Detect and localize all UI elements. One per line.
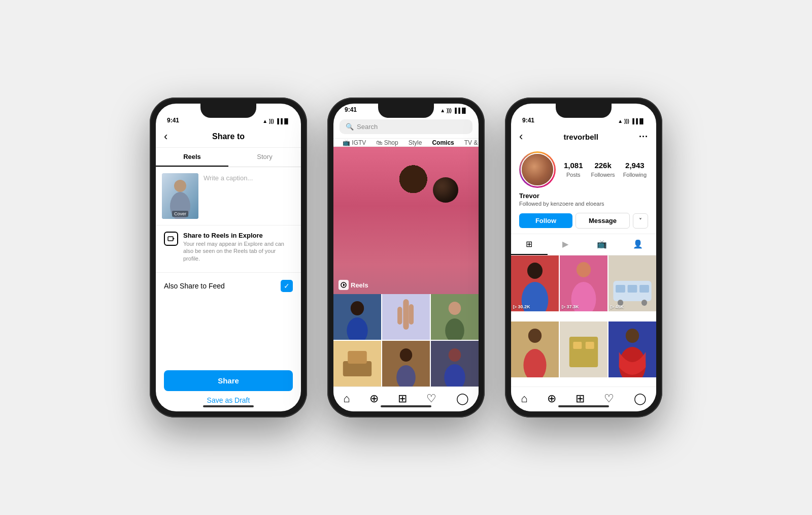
stat-followers: 226k Followers (591, 161, 615, 179)
time-1: 9:41 (167, 117, 179, 124)
reels-label: Reels (339, 280, 368, 290)
share-button[interactable]: Share (164, 370, 293, 391)
prof-tab-igtv[interactable]: 📺 (584, 234, 620, 255)
grid-thumb-5[interactable] (382, 341, 430, 387)
phone2-content: 9:41 ▲ ))) ▐▐▐▌ 🔍 Search 📺 IGTV 🛍 Shop S… (333, 104, 479, 411)
reels-text: Reels (351, 281, 368, 289)
bio-name: Trevor (519, 192, 648, 200)
dropdown-button[interactable]: ˅ (633, 213, 648, 229)
heart-icon-2[interactable]: ♡ (426, 392, 436, 405)
svg-rect-3 (168, 237, 173, 241)
avatar-inner (521, 153, 554, 186)
profile-thumb-5[interactable] (560, 321, 607, 377)
svg-point-38 (641, 300, 647, 306)
home-icon-2[interactable]: ⌂ (343, 392, 350, 405)
explore-icon (164, 232, 178, 246)
back-btn-1[interactable]: ‹ (164, 130, 179, 143)
cover-thumbnail[interactable]: Cover (162, 173, 198, 219)
options-section: Share to Reels in Explore Your reel may … (156, 226, 301, 272)
prof-tab-reels[interactable]: ▶ (548, 234, 584, 255)
profile-icon-2[interactable]: ◯ (456, 392, 469, 405)
svg-rect-34 (616, 285, 625, 293)
profile-thumb-4[interactable] (511, 321, 559, 377)
notch-1 (200, 104, 256, 118)
heart-icon-3[interactable]: ♡ (604, 392, 614, 405)
grid-thumb-6[interactable] (431, 341, 479, 387)
cat-igtv[interactable]: 📺 IGTV (337, 139, 371, 147)
profile-thumb-1[interactable]: ▷ 30.2K (511, 255, 559, 311)
view-count-2: ▷ 37.3K (562, 304, 579, 309)
svg-point-8 (351, 301, 364, 315)
svg-rect-12 (397, 307, 402, 325)
profile-thumb-2[interactable]: ▷ 37.3K (560, 255, 607, 311)
svg-point-24 (449, 348, 461, 362)
home-icon-3[interactable]: ⌂ (521, 392, 527, 405)
cat-shop[interactable]: 🛍 Shop (371, 139, 403, 147)
phone-2: 9:41 ▲ ))) ▐▐▐▌ 🔍 Search 📺 IGTV 🛍 Shop S… (327, 98, 485, 417)
following-count: 2,943 (623, 161, 647, 170)
search-bar[interactable]: 🔍 Search (340, 119, 472, 134)
prof-tab-grid[interactable]: ⊞ (511, 234, 548, 255)
share-btn-area: Share Save as Draft (156, 364, 301, 411)
search-icon-2[interactable]: ⊕ (369, 392, 379, 405)
profile-info: 1,081 Posts 226k Followers 2,943 Followi… (511, 147, 656, 192)
bio-follow-text: Followed by kenzoere and eloears (519, 201, 648, 207)
share-to-feed-label: Also Share to Feed (164, 282, 225, 290)
avatar (522, 154, 553, 185)
grid-thumb-2[interactable] (382, 294, 430, 340)
profile-icon-3[interactable]: ◯ (634, 392, 647, 405)
notch-2 (378, 104, 434, 118)
message-button[interactable]: Message (576, 213, 630, 229)
svg-point-21 (400, 348, 412, 362)
time-2: 9:41 (345, 106, 357, 113)
category-tabs: 📺 IGTV 🛍 Shop Style Comics TV & Movie (333, 139, 479, 147)
svg-point-30 (577, 262, 591, 277)
bottom-nav-2: ⌂ ⊕ ⊞ ♡ ◯ (333, 387, 479, 411)
add-icon-3[interactable]: ⊞ (576, 392, 585, 405)
cat-tv-movies[interactable]: TV & Movie (459, 139, 479, 147)
svg-rect-43 (569, 337, 598, 367)
caption-input[interactable]: Write a caption... (204, 173, 295, 219)
explore-option-text: Share to Reels in Explore Your reel may … (183, 232, 293, 262)
grid-thumb-1[interactable] (333, 294, 381, 340)
cat-style[interactable]: Style (403, 139, 427, 147)
svg-rect-35 (628, 285, 637, 293)
posts-count: 1,081 (564, 161, 583, 170)
reel-main-video: Reels (333, 147, 479, 294)
nav-header-1: ‹ Share to (156, 126, 301, 148)
status-icons-3: ▲ ))) ▐▐▐▌ (618, 118, 645, 124)
home-indicator-3 (558, 405, 609, 407)
cat-comics[interactable]: Comics (427, 139, 459, 147)
posts-label: Posts (566, 172, 581, 178)
prof-tab-tagged[interactable]: 👤 (620, 234, 657, 255)
svg-rect-45 (586, 342, 594, 349)
profile-thumb-3[interactable]: ▷ 45K (608, 255, 656, 311)
share-to-feed-toggle[interactable]: ✓ (281, 280, 293, 292)
action-buttons: Follow Message ˅ (511, 210, 656, 232)
profile-tabs: ⊞ ▶ 📺 👤 (511, 234, 656, 255)
profile-options-btn[interactable]: ··· (639, 132, 648, 142)
bottom-nav-3: ⌂ ⊕ ⊞ ♡ ◯ (511, 387, 656, 411)
tab-reels[interactable]: Reels (156, 148, 228, 167)
search-icon: 🔍 (346, 123, 354, 131)
profile-back-btn[interactable]: ‹ (519, 130, 523, 143)
svg-rect-19 (348, 351, 367, 364)
stats-row: 1,081 Posts 226k Followers 2,943 Followi… (564, 161, 648, 179)
profile-thumb-6[interactable] (608, 321, 656, 377)
profile-username: trevorbell (563, 133, 598, 141)
stat-posts: 1,081 Posts (564, 161, 583, 179)
search-icon-3[interactable]: ⊕ (547, 392, 556, 405)
home-indicator-1 (203, 405, 254, 407)
follow-button[interactable]: Follow (519, 213, 572, 228)
view-count-3: ▷ 45K (611, 304, 624, 309)
svg-point-27 (527, 263, 543, 279)
explore-grid (333, 294, 479, 387)
time-3: 9:41 (522, 117, 534, 124)
tab-story[interactable]: Story (228, 148, 301, 167)
cover-label: Cover (172, 211, 188, 217)
grid-thumb-3[interactable] (431, 294, 479, 340)
grid-thumb-4[interactable] (333, 341, 381, 387)
status-icons-2: ▲ ))) ▐▐▐▌ (440, 108, 467, 113)
add-icon-2[interactable]: ⊞ (398, 392, 407, 405)
share-to-feed-row: Also Share to Feed ✓ (156, 272, 301, 299)
